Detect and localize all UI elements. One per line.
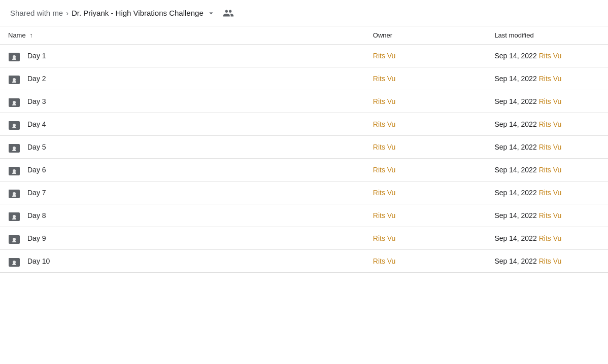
column-header-name[interactable]: Name ↑	[0, 26, 365, 45]
shared-folder-icon	[8, 95, 20, 107]
owner-name[interactable]: Rits Vu	[373, 75, 396, 83]
name-cell: Day 7	[0, 181, 365, 204]
modified-by[interactable]: Rits Vu	[539, 143, 562, 151]
modified-cell: Sep 14, 2022Rits Vu	[486, 250, 608, 273]
owner-name[interactable]: Rits Vu	[373, 120, 396, 128]
owner-cell: Rits Vu	[365, 67, 487, 90]
modified-by[interactable]: Rits Vu	[539, 211, 562, 220]
modified-by[interactable]: Rits Vu	[539, 257, 562, 265]
modified-date: Sep 14, 2022	[494, 211, 536, 220]
modified-by[interactable]: Rits Vu	[539, 120, 562, 128]
owner-name[interactable]: Rits Vu	[373, 166, 396, 174]
owner-cell: Rits Vu	[365, 159, 487, 181]
owner-cell: Rits Vu	[365, 45, 487, 67]
modified-cell: Sep 14, 2022Rits Vu	[486, 227, 608, 250]
owner-name[interactable]: Rits Vu	[373, 189, 396, 197]
breadcrumb-current-folder: Dr. Priyank - High Vibrations Challenge	[72, 9, 204, 17]
modified-cell: Sep 14, 2022Rits Vu	[486, 67, 608, 90]
breadcrumb-shared-link[interactable]: Shared with me	[10, 9, 63, 17]
modified-by[interactable]: Rits Vu	[539, 166, 562, 174]
folder-name: Day 4	[27, 120, 46, 128]
sort-ascending-icon: ↑	[29, 32, 32, 39]
folder-name: Day 1	[27, 52, 46, 60]
modified-date: Sep 14, 2022	[494, 52, 536, 60]
name-cell: Day 5	[0, 136, 365, 159]
owner-name[interactable]: Rits Vu	[373, 234, 396, 242]
name-cell: Day 4	[0, 113, 365, 136]
table-row[interactable]: Day 5 Rits VuSep 14, 2022Rits Vu	[0, 136, 608, 159]
owner-cell: Rits Vu	[365, 227, 487, 250]
shared-folder-icon	[8, 232, 20, 244]
modified-date: Sep 14, 2022	[494, 189, 536, 197]
modified-date: Sep 14, 2022	[494, 97, 536, 105]
folder-name: Day 2	[27, 75, 46, 83]
modified-cell: Sep 14, 2022Rits Vu	[486, 113, 608, 136]
table-row[interactable]: Day 4 Rits VuSep 14, 2022Rits Vu	[0, 113, 608, 136]
modified-cell: Sep 14, 2022Rits Vu	[486, 45, 608, 67]
modified-cell: Sep 14, 2022Rits Vu	[486, 159, 608, 181]
folder-name: Day 7	[27, 189, 46, 197]
owner-name[interactable]: Rits Vu	[373, 257, 396, 265]
shared-folder-icon	[8, 72, 20, 85]
name-cell: Day 1	[0, 45, 365, 67]
table-row[interactable]: Day 1 Rits VuSep 14, 2022Rits Vu	[0, 45, 608, 67]
folder-name: Day 6	[27, 166, 46, 174]
table-row[interactable]: Day 2 Rits VuSep 14, 2022Rits Vu	[0, 67, 608, 90]
table-body: Day 1 Rits VuSep 14, 2022Rits Vu Day 2 R…	[0, 45, 608, 273]
column-header-modified[interactable]: Last modified	[486, 26, 608, 45]
folder-name: Day 5	[27, 143, 46, 151]
shared-folder-icon	[8, 50, 20, 62]
owner-name[interactable]: Rits Vu	[373, 97, 396, 105]
name-cell: Day 9	[0, 227, 365, 250]
modified-by[interactable]: Rits Vu	[539, 52, 562, 60]
shared-folder-icon	[8, 118, 20, 130]
owner-cell: Rits Vu	[365, 250, 487, 273]
folder-name: Day 9	[27, 234, 46, 242]
table-row[interactable]: Day 3 Rits VuSep 14, 2022Rits Vu	[0, 90, 608, 113]
svg-rect-22	[9, 212, 14, 214]
svg-rect-1	[9, 53, 14, 55]
table-row[interactable]: Day 8 Rits VuSep 14, 2022Rits Vu	[0, 204, 608, 227]
svg-rect-7	[9, 98, 14, 100]
svg-rect-13	[9, 144, 14, 146]
shared-folder-icon	[8, 187, 20, 199]
owner-cell: Rits Vu	[365, 113, 487, 136]
modified-by[interactable]: Rits Vu	[539, 234, 562, 242]
svg-rect-16	[9, 167, 14, 169]
name-cell: Day 6	[0, 159, 365, 181]
table-row[interactable]: Day 9 Rits VuSep 14, 2022Rits Vu	[0, 227, 608, 250]
owner-name[interactable]: Rits Vu	[373, 211, 396, 220]
table-row[interactable]: Day 10 Rits VuSep 14, 2022Rits Vu	[0, 250, 608, 273]
folder-name: Day 8	[27, 211, 46, 220]
owner-name[interactable]: Rits Vu	[373, 143, 396, 151]
chevron-down-icon	[207, 9, 216, 18]
name-cell: Day 10	[0, 250, 365, 273]
modified-date: Sep 14, 2022	[494, 120, 536, 128]
name-cell: Day 3	[0, 90, 365, 113]
modified-date: Sep 14, 2022	[494, 166, 536, 174]
table-header: Name ↑ Owner Last modified	[0, 26, 608, 45]
table-row[interactable]: Day 7 Rits VuSep 14, 2022Rits Vu	[0, 181, 608, 204]
modified-date: Sep 14, 2022	[494, 257, 536, 265]
svg-rect-28	[9, 258, 14, 260]
column-header-owner[interactable]: Owner	[365, 26, 487, 45]
shared-folder-icon	[8, 141, 20, 153]
shared-folder-icon	[8, 209, 20, 222]
owner-cell: Rits Vu	[365, 90, 487, 113]
owner-cell: Rits Vu	[365, 204, 487, 227]
folder-dropdown-button[interactable]	[207, 9, 216, 18]
modified-by[interactable]: Rits Vu	[539, 75, 562, 83]
shared-folder-icon	[8, 164, 20, 176]
modified-by[interactable]: Rits Vu	[539, 97, 562, 105]
modified-date: Sep 14, 2022	[494, 234, 536, 242]
shared-people-icon[interactable]	[223, 8, 234, 19]
modified-by[interactable]: Rits Vu	[539, 189, 562, 197]
owner-cell: Rits Vu	[365, 181, 487, 204]
table-row[interactable]: Day 6 Rits VuSep 14, 2022Rits Vu	[0, 159, 608, 181]
modified-cell: Sep 14, 2022Rits Vu	[486, 90, 608, 113]
svg-rect-4	[9, 76, 14, 78]
modified-date: Sep 14, 2022	[494, 75, 536, 83]
owner-name[interactable]: Rits Vu	[373, 52, 396, 60]
file-table: Name ↑ Owner Last modified Da	[0, 26, 608, 273]
modified-date: Sep 14, 2022	[494, 143, 536, 151]
